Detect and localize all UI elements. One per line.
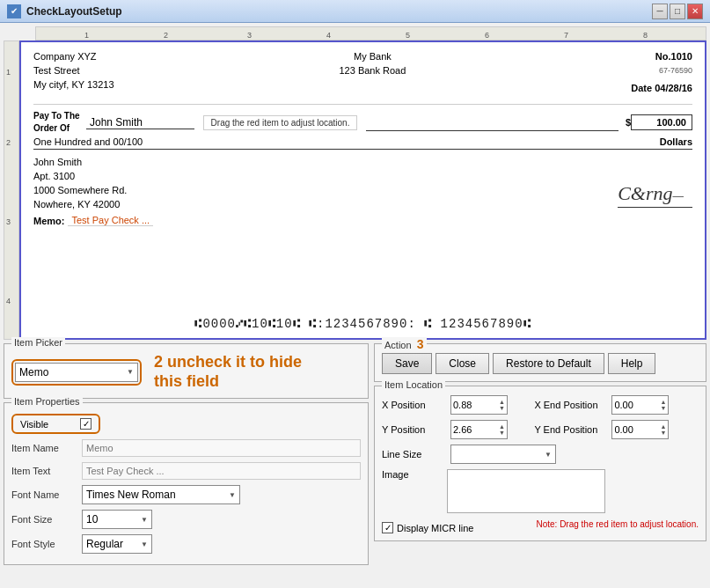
font-style-select[interactable]: Regular ▼ (82, 534, 152, 554)
item-picker-group: Item Picker Memo ▼ 2 uncheck it to hide … (4, 343, 369, 399)
y-position-input[interactable]: 2.66 ▲▼ (450, 420, 508, 439)
item-location-group: Item Location X Position 0.88 ▲▼ X End P… (374, 386, 706, 541)
vertical-ruler: 1 2 3 4 (4, 40, 19, 340)
font-size-select[interactable]: 10 ▼ (82, 510, 152, 529)
micr-row: ✓ Display MICR line (382, 522, 473, 533)
help-button[interactable]: Help (608, 353, 656, 374)
y-end-position-label: Y End Position (534, 424, 604, 435)
font-size-label: Font Size (11, 514, 82, 525)
horizontal-ruler: 1 2 3 4 5 6 7 8 (35, 26, 706, 40)
check-number: No.1010 67-76590 Date 04/28/16 (631, 49, 692, 95)
svg-text:3: 3 (247, 31, 252, 40)
line-size-label: Line Size (382, 449, 443, 459)
item-picker-select[interactable]: Memo ▼ (15, 363, 138, 382)
pay-to-section: Pay To The Order Of John Smith Drag the … (33, 104, 692, 135)
save-button[interactable]: Save (382, 353, 432, 374)
maximize-button[interactable]: □ (670, 4, 685, 19)
svg-text:4: 4 (326, 31, 331, 40)
item-location-label: Item Location (382, 379, 445, 390)
micr-checkbox[interactable]: ✓ (382, 522, 393, 533)
x-end-position-input[interactable]: 0.00 ▲▼ (611, 395, 669, 415)
y-position-spinner[interactable]: ▲▼ (499, 423, 505, 436)
item-picker-label: Item Picker (11, 337, 65, 348)
y-position-label: Y Position (382, 424, 443, 435)
line-size-select[interactable]: ▼ (450, 445, 556, 464)
item-properties-group: Item Properties Visible ✓ Item Name (4, 402, 369, 565)
y-end-spinner[interactable]: ▲▼ (660, 423, 666, 436)
title-bar: ✔ CheckLayoutSetup ─ □ ✕ (0, 0, 710, 23)
font-style-label: Font Style (11, 539, 82, 549)
check-preview: Company XYZ Test Street My cityf, KY 132… (19, 40, 706, 340)
x-position-label: X Position (382, 400, 443, 410)
svg-text:2: 2 (164, 31, 168, 40)
action-label: Action 3 (382, 337, 427, 351)
restore-button[interactable]: Restore to Default (493, 353, 604, 374)
item-text-label: Item Text (11, 466, 82, 476)
x-end-position-label: X End Position (534, 400, 604, 410)
memo-row: Memo: Test Pay Check ... (33, 215, 692, 226)
company-info: Company XYZ Test Street My cityf, KY 132… (33, 49, 114, 95)
item-name-input[interactable] (82, 439, 361, 457)
signature-area: C&rng— (144, 155, 692, 211)
note-text: Note: Drag the red item to adjust locati… (536, 518, 699, 531)
micr-line: ⑆0000⑇⑆10⑆10⑆ ⑆:1234567890: ⑆ 1234567890… (21, 317, 705, 331)
item-properties-label: Item Properties (11, 396, 83, 407)
svg-text:7: 7 (564, 31, 568, 40)
callout-text: 2 uncheck it to hide this field (154, 353, 302, 391)
image-label: Image (382, 469, 443, 480)
bank-info: My Bank 123 Bank Road (339, 49, 406, 95)
x-end-spinner[interactable]: ▲▼ (660, 399, 666, 411)
svg-text:8: 8 (643, 31, 648, 40)
written-amount-row: One Hundred and 00/100 Dollars (33, 136, 692, 150)
payee-section: John Smith Apt. 3100 1000 Somewhere Rd. … (33, 155, 692, 211)
minimize-button[interactable]: ─ (652, 4, 668, 19)
svg-text:1: 1 (84, 31, 89, 40)
image-box (447, 469, 605, 513)
font-name-select[interactable]: Times New Roman ▼ (82, 485, 240, 504)
close-button[interactable]: ✕ (687, 4, 703, 19)
visible-label: Visible (20, 419, 48, 430)
action-callout: 3 (417, 337, 424, 351)
window-title: CheckLayoutSetup (26, 5, 122, 18)
visible-checkbox[interactable]: ✓ (80, 418, 91, 430)
y-end-position-input[interactable]: 0.00 ▲▼ (611, 420, 669, 439)
item-name-label: Item Name (11, 443, 82, 453)
svg-text:6: 6 (485, 31, 489, 40)
micr-label: Display MICR line (397, 523, 473, 533)
x-position-input[interactable]: 0.88 ▲▼ (450, 395, 508, 415)
font-name-label: Font Name (11, 489, 82, 500)
app-icon: ✔ (7, 4, 21, 18)
svg-text:5: 5 (406, 31, 410, 40)
action-group: Action 3 Save Close Restore to Default H… (374, 343, 706, 382)
close-button[interactable]: Close (436, 353, 489, 374)
window-controls: ─ □ ✕ (652, 4, 703, 19)
item-text-input[interactable] (82, 462, 361, 480)
x-position-spinner[interactable]: ▲▼ (499, 399, 505, 411)
